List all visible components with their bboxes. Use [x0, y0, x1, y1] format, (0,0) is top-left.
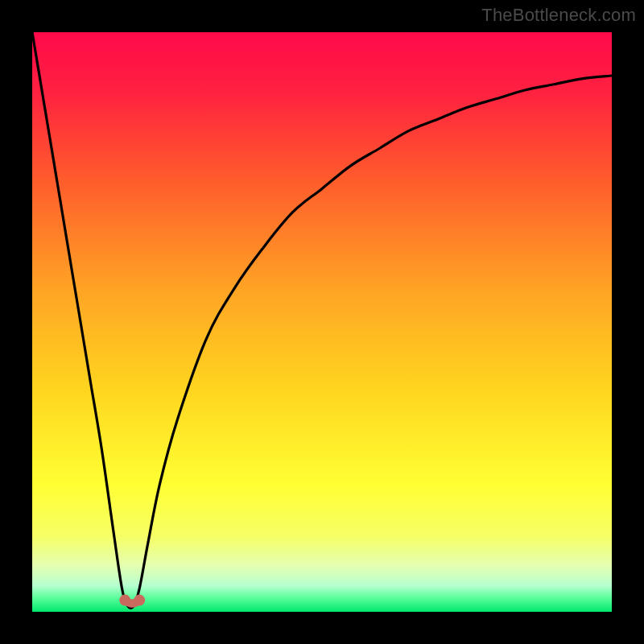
bottleneck-curve — [32, 32, 612, 612]
minimum-marker — [134, 595, 145, 606]
chart-frame: TheBottleneck.com — [0, 0, 644, 644]
curve-path — [32, 32, 612, 609]
watermark-text: TheBottleneck.com — [481, 5, 636, 26]
minimum-marker — [119, 595, 130, 606]
minimum-markers — [119, 595, 145, 606]
plot-area — [32, 32, 612, 612]
